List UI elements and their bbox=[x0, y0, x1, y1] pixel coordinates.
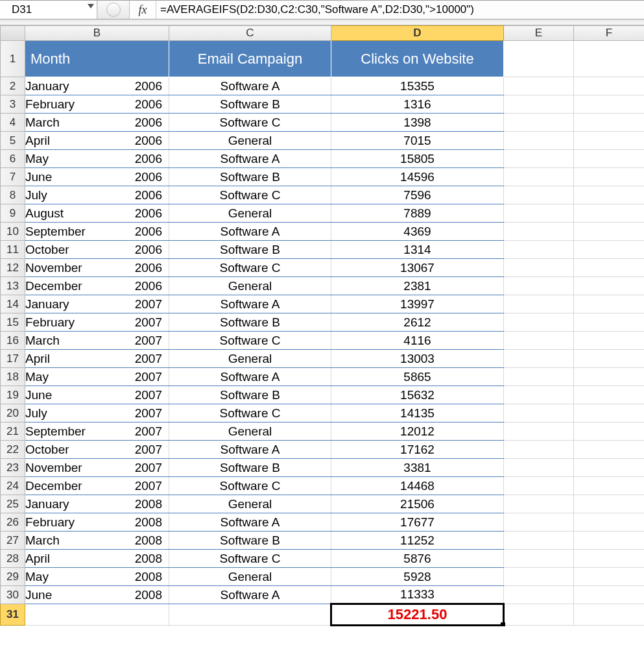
cell-campaign[interactable]: Software A bbox=[169, 586, 331, 604]
cell-campaign[interactable]: Software A bbox=[169, 441, 331, 459]
cell[interactable] bbox=[504, 441, 574, 459]
cell-clicks[interactable]: 5928 bbox=[331, 568, 504, 586]
cell-clicks[interactable]: 2612 bbox=[331, 313, 504, 332]
cell[interactable] bbox=[574, 204, 645, 223]
cell-campaign[interactable]: Software B bbox=[169, 313, 331, 332]
cell[interactable] bbox=[574, 350, 645, 368]
row-header[interactable]: 29 bbox=[1, 568, 25, 586]
cell[interactable] bbox=[504, 223, 574, 241]
cell[interactable] bbox=[504, 495, 574, 513]
expand-formula-button[interactable] bbox=[97, 1, 130, 19]
cell-campaign[interactable]: Software B bbox=[169, 532, 331, 550]
cell[interactable] bbox=[574, 404, 645, 422]
cell-clicks[interactable]: 13067 bbox=[331, 259, 504, 277]
cell-month[interactable]: April2008 bbox=[25, 550, 169, 568]
row-header[interactable]: 30 bbox=[1, 586, 25, 604]
row-header[interactable]: 16 bbox=[1, 332, 25, 350]
cell[interactable] bbox=[574, 295, 645, 313]
cell-clicks[interactable]: 17677 bbox=[331, 513, 504, 532]
cell-clicks[interactable]: 13003 bbox=[331, 350, 504, 368]
cell-clicks[interactable]: 1316 bbox=[331, 95, 504, 114]
cell-month[interactable]: November2007 bbox=[25, 459, 169, 477]
cell[interactable] bbox=[574, 550, 645, 568]
cell-month[interactable]: May2008 bbox=[25, 568, 169, 586]
cell[interactable] bbox=[504, 550, 574, 568]
cell[interactable] bbox=[574, 241, 645, 259]
cell-month[interactable]: October2006 bbox=[25, 241, 169, 259]
cell-campaign[interactable]: General bbox=[169, 277, 331, 295]
row-header[interactable]: 19 bbox=[1, 386, 25, 404]
cell[interactable] bbox=[504, 132, 574, 150]
cell-clicks[interactable]: 14468 bbox=[331, 477, 504, 495]
row-header[interactable]: 11 bbox=[1, 241, 25, 259]
cell[interactable] bbox=[574, 422, 645, 441]
cell[interactable] bbox=[574, 313, 645, 332]
cell-campaign[interactable]: Software C bbox=[169, 114, 331, 132]
cell[interactable] bbox=[504, 422, 574, 441]
cell-clicks[interactable]: 15632 bbox=[331, 386, 504, 404]
cell-clicks[interactable]: 7889 bbox=[331, 204, 504, 223]
cell-campaign[interactable]: Software C bbox=[169, 332, 331, 350]
fx-icon[interactable]: fx bbox=[130, 1, 156, 19]
row-header[interactable]: 26 bbox=[1, 513, 25, 532]
cell[interactable] bbox=[504, 332, 574, 350]
cell-clicks[interactable]: 17162 bbox=[331, 441, 504, 459]
cell[interactable] bbox=[574, 477, 645, 495]
cell-clicks[interactable]: 1314 bbox=[331, 241, 504, 259]
cell-month[interactable]: April2006 bbox=[25, 132, 169, 150]
cell[interactable] bbox=[574, 604, 645, 626]
row-header[interactable]: 15 bbox=[1, 313, 25, 332]
cell-month[interactable]: May2007 bbox=[25, 368, 169, 386]
cell-campaign[interactable]: Software C bbox=[169, 186, 331, 204]
cell-month[interactable]: August2006 bbox=[25, 204, 169, 223]
cell-month[interactable]: May2006 bbox=[25, 150, 169, 168]
col-header-B[interactable]: B bbox=[25, 26, 169, 41]
cell[interactable] bbox=[574, 95, 645, 114]
cell[interactable] bbox=[504, 41, 574, 77]
header-cell-D[interactable]: Clicks on Website bbox=[331, 41, 504, 77]
row-header[interactable]: 17 bbox=[1, 350, 25, 368]
cell[interactable] bbox=[504, 568, 574, 586]
cell[interactable] bbox=[504, 313, 574, 332]
cell[interactable] bbox=[574, 568, 645, 586]
cell-campaign[interactable]: General bbox=[169, 495, 331, 513]
cell[interactable] bbox=[504, 513, 574, 532]
cell[interactable] bbox=[504, 186, 574, 204]
cell-month[interactable]: September2007 bbox=[25, 422, 169, 441]
cell-month[interactable]: July2006 bbox=[25, 186, 169, 204]
cell[interactable] bbox=[504, 586, 574, 604]
cell[interactable] bbox=[504, 114, 574, 132]
row-header[interactable]: 10 bbox=[1, 223, 25, 241]
cell[interactable] bbox=[504, 77, 574, 95]
cell-month[interactable]: March2007 bbox=[25, 332, 169, 350]
cell-clicks[interactable]: 1398 bbox=[331, 114, 504, 132]
cell[interactable] bbox=[574, 168, 645, 186]
cell[interactable] bbox=[504, 368, 574, 386]
cell-month[interactable]: April2007 bbox=[25, 350, 169, 368]
row-header[interactable]: 23 bbox=[1, 459, 25, 477]
cell-campaign[interactable]: Software B bbox=[169, 168, 331, 186]
cell-clicks[interactable]: 4369 bbox=[331, 223, 504, 241]
row-header[interactable]: 2 bbox=[1, 77, 25, 95]
cell[interactable] bbox=[504, 150, 574, 168]
cell-month[interactable]: January2008 bbox=[25, 495, 169, 513]
row-header[interactable]: 27 bbox=[1, 532, 25, 550]
selected-cell[interactable]: 15221.50 bbox=[331, 604, 504, 626]
cell[interactable] bbox=[574, 441, 645, 459]
cell[interactable] bbox=[504, 277, 574, 295]
cell[interactable] bbox=[574, 150, 645, 168]
cell-month[interactable]: June2006 bbox=[25, 168, 169, 186]
cell[interactable] bbox=[574, 532, 645, 550]
cell-campaign[interactable]: Software A bbox=[169, 295, 331, 313]
row-header[interactable]: 1 bbox=[1, 41, 25, 77]
cell-month[interactable]: January2006 bbox=[25, 77, 169, 95]
cell-month[interactable]: March2006 bbox=[25, 114, 169, 132]
row-header[interactable]: 22 bbox=[1, 441, 25, 459]
select-all-corner[interactable] bbox=[1, 26, 25, 41]
cell[interactable] bbox=[574, 132, 645, 150]
name-box[interactable]: D31 bbox=[0, 1, 97, 19]
cell-month[interactable]: July2007 bbox=[25, 404, 169, 422]
cell[interactable] bbox=[504, 386, 574, 404]
cell-campaign[interactable]: Software B bbox=[169, 459, 331, 477]
cell-clicks[interactable]: 13997 bbox=[331, 295, 504, 313]
